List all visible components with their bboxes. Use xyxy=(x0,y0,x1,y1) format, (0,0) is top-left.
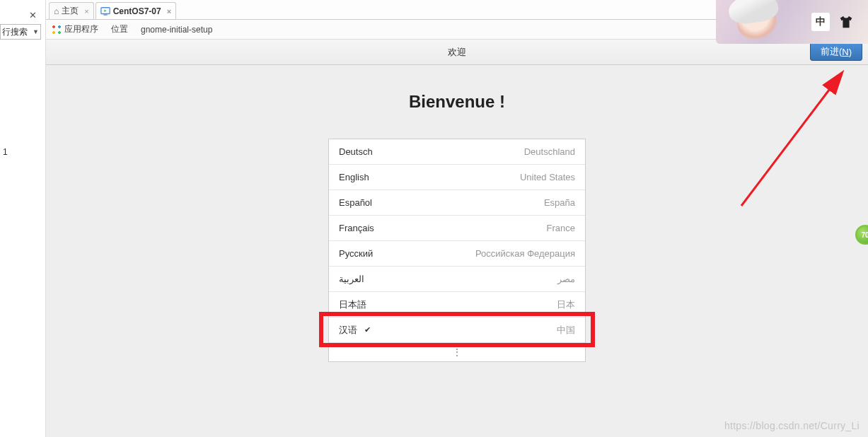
language-name: Français xyxy=(339,223,374,233)
search-text: 行搜索 xyxy=(2,26,28,38)
language-country: مصر xyxy=(557,274,575,284)
language-name: العربية xyxy=(339,274,364,284)
language-name: English xyxy=(339,172,369,182)
sidebar: ✕ 行搜索 ▼ 1 xyxy=(0,0,46,437)
home-icon: ⌂ xyxy=(54,6,59,16)
language-country: Deutschland xyxy=(524,146,575,157)
language-country: Российская Федерация xyxy=(475,248,575,259)
tab-vm[interactable]: CentOS7-07 × xyxy=(96,2,176,19)
gnome-places[interactable]: 位置 xyxy=(111,23,128,35)
close-icon[interactable]: ✕ xyxy=(29,10,37,21)
language-name: Español xyxy=(339,197,372,208)
language-row[interactable]: 汉语✔中国 xyxy=(329,317,585,343)
content-area: Bienvenue ! DeutschDeutschlandEnglishUni… xyxy=(46,65,868,437)
tab-home-label: 主页 xyxy=(62,5,79,17)
tab-vm-label: CentOS7-07 xyxy=(113,6,161,16)
language-country: 中国 xyxy=(557,324,575,337)
language-country: France xyxy=(547,223,575,233)
ime-badge[interactable]: 中 xyxy=(811,13,830,31)
language-country: 日本 xyxy=(557,298,575,311)
language-row[interactable]: EnglishUnited States xyxy=(329,165,585,190)
svg-marker-2 xyxy=(104,9,107,12)
language-list: DeutschDeutschlandEnglishUnited StatesEs… xyxy=(328,139,586,362)
gnome-apps-label: 应用程序 xyxy=(64,23,98,35)
svg-rect-1 xyxy=(103,14,107,15)
language-country: España xyxy=(544,197,575,208)
watermark: https://blog.csdn.net/Curry_Li xyxy=(724,420,860,431)
close-icon[interactable]: × xyxy=(84,7,88,16)
sidebar-number: 1 xyxy=(3,147,8,157)
applications-icon xyxy=(52,25,62,35)
language-row[interactable]: FrançaisFrance xyxy=(329,216,585,241)
vm-icon xyxy=(100,6,110,16)
close-icon[interactable]: × xyxy=(167,7,171,16)
chevron-down-icon: ▼ xyxy=(33,28,39,35)
language-name: 汉语 xyxy=(339,324,357,337)
next-button[interactable]: 前进(N) xyxy=(810,42,862,61)
language-name: Deutsch xyxy=(339,146,373,157)
gnome-applications[interactable]: 应用程序 xyxy=(52,23,98,35)
page-title: Bienvenue ! xyxy=(409,92,505,112)
welcome-title: 欢迎 xyxy=(448,46,466,59)
search-input[interactable]: 行搜索 ▼ xyxy=(0,24,41,40)
language-name: Русский xyxy=(339,248,373,259)
language-row[interactable]: 日本語日本 xyxy=(329,292,585,317)
gnome-places-label: 位置 xyxy=(111,23,128,35)
language-row[interactable]: العربيةمصر xyxy=(329,267,585,292)
language-row[interactable]: EspañolEspaña xyxy=(329,190,585,216)
gnome-initial-setup[interactable]: gnome-initial-setup xyxy=(141,25,212,35)
next-key: N xyxy=(842,47,848,57)
gnome-setup-label: gnome-initial-setup xyxy=(141,25,212,35)
tshirt-icon[interactable] xyxy=(838,14,854,30)
tab-home[interactable]: ⌂ 主页 × xyxy=(49,2,94,19)
more-languages[interactable]: ⋮ xyxy=(329,343,585,361)
overlay-image: 中 xyxy=(716,0,868,44)
next-prefix: 前进( xyxy=(821,45,842,58)
language-row[interactable]: DeutschDeutschland xyxy=(329,139,585,165)
language-name: 日本語 xyxy=(339,298,366,311)
main-area: ⌂ 主页 × CentOS7-07 × 应用程序 位置 gnome-initia… xyxy=(46,0,868,437)
next-suffix: ) xyxy=(849,47,852,57)
check-icon: ✔ xyxy=(364,325,371,334)
language-country: United States xyxy=(520,172,575,182)
language-row[interactable]: РусскийРоссийская Федерация xyxy=(329,241,585,267)
